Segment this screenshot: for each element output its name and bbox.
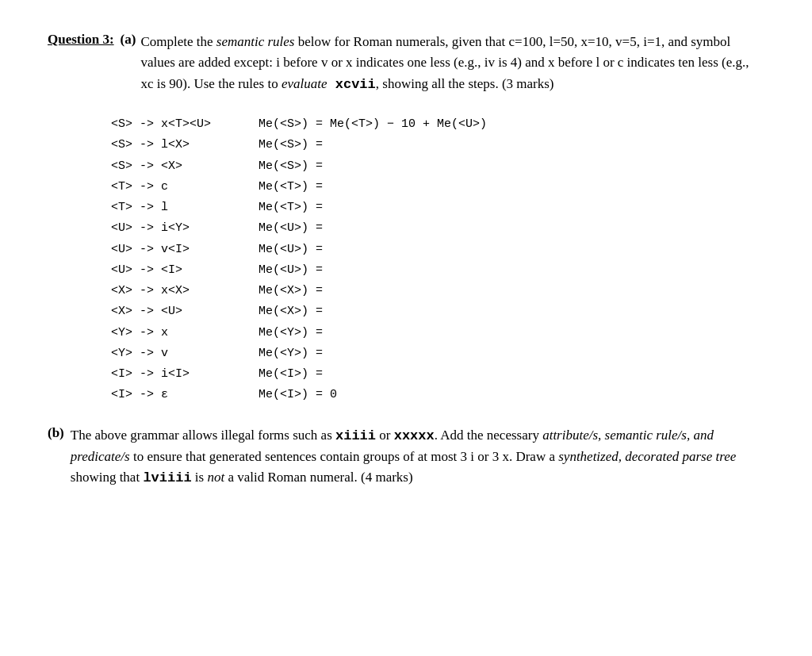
semantic-rule-0: Me(<S>) = Me(<T>) − 10 + Me(<U>) <box>259 114 487 135</box>
part-b-mono1: xiiii <box>335 428 376 443</box>
semantic-rule-3: Me(<T>) = <box>259 177 487 198</box>
part-a-mono: xcvii <box>327 77 376 92</box>
semantic-rule-7: Me(<U>) = <box>259 260 487 281</box>
grammar-rules-column: <S> -> x<T><U> <S> -> l<X> <S> -> <X> <T… <box>111 114 211 406</box>
part-b-text-2: . Add the necessary <box>435 428 542 443</box>
grammar-rule-1: <S> -> l<X> <box>111 135 211 155</box>
semantic-rule-13: Me(<I>) = 0 <box>259 385 487 405</box>
part-a-label: (a) <box>121 32 136 48</box>
part-b-text-5: is <box>192 470 208 485</box>
part-b-italic2: synthetized, decorated parse tree <box>558 449 736 464</box>
part-a-italic2: evaluate <box>282 76 327 91</box>
grammar-rule-3: <T> -> c <box>111 177 211 198</box>
part-b-italic3: not <box>207 470 224 485</box>
semantic-rule-2: Me(<S>) = <box>259 156 487 177</box>
part-b-section: (b) The above grammar allows illegal for… <box>48 425 764 489</box>
part-b-text-1: The above grammar allows illegal forms s… <box>71 428 335 443</box>
semantic-rule-6: Me(<U>) = <box>259 240 487 260</box>
question-label: Question 3: <box>48 32 114 48</box>
grammar-rule-9: <X> -> <U> <box>111 301 211 322</box>
part-b-text-4: showing that <box>71 470 144 485</box>
part-b-text: The above grammar allows illegal forms s… <box>71 425 764 489</box>
part-b-text-3: to ensure that generated sentences conta… <box>130 449 559 464</box>
semantic-rule-4: Me(<T>) = <box>259 198 487 218</box>
semantic-rule-1: Me(<S>) = <box>259 135 487 155</box>
grammar-rule-12: <I> -> i<I> <box>111 364 211 385</box>
semantic-rule-10: Me(<Y>) = <box>259 323 487 343</box>
part-b-text-or: or <box>376 428 394 443</box>
semantic-rule-8: Me(<X>) = <box>259 281 487 301</box>
semantic-rules-column: Me(<S>) = Me(<T>) − 10 + Me(<U>) Me(<S>)… <box>259 114 487 406</box>
semantic-rule-12: Me(<I>) = <box>259 364 487 385</box>
semantic-rule-5: Me(<U>) = <box>259 218 487 239</box>
part-b-text-6: a valid Roman numeral. (4 marks) <box>224 470 412 485</box>
part-a-text-1: Complete the <box>140 34 216 49</box>
question-header: Question 3: (a) Complete the semantic ru… <box>48 32 764 95</box>
part-a-italic: semantic rules <box>216 34 295 49</box>
part-a-text-3: , showing all the steps. (3 marks) <box>376 76 554 91</box>
semantic-rule-9: Me(<X>) = <box>259 301 487 322</box>
grammar-rule-6: <U> -> v<I> <box>111 240 211 260</box>
part-b-label: (b) <box>48 425 64 441</box>
grammar-section: <S> -> x<T><U> <S> -> l<X> <S> -> <X> <T… <box>111 114 764 406</box>
grammar-rule-8: <X> -> x<X> <box>111 281 211 301</box>
grammar-rule-10: <Y> -> x <box>111 323 211 343</box>
grammar-rule-7: <U> -> <I> <box>111 260 211 281</box>
grammar-rule-13: <I> -> ε <box>111 385 211 405</box>
grammar-rule-4: <T> -> l <box>111 198 211 218</box>
grammar-rule-2: <S> -> <X> <box>111 156 211 177</box>
semantic-rule-11: Me(<Y>) = <box>259 343 487 364</box>
page-content: Question 3: (a) Complete the semantic ru… <box>48 32 764 489</box>
grammar-rule-5: <U> -> i<Y> <box>111 218 211 239</box>
part-a-text: Complete the semantic rules below for Ro… <box>140 32 764 95</box>
part-b-mono2: xxxxx <box>394 428 435 443</box>
grammar-rule-0: <S> -> x<T><U> <box>111 114 211 135</box>
part-b-mono3: lviiii <box>143 470 191 485</box>
grammar-rule-11: <Y> -> v <box>111 343 211 364</box>
